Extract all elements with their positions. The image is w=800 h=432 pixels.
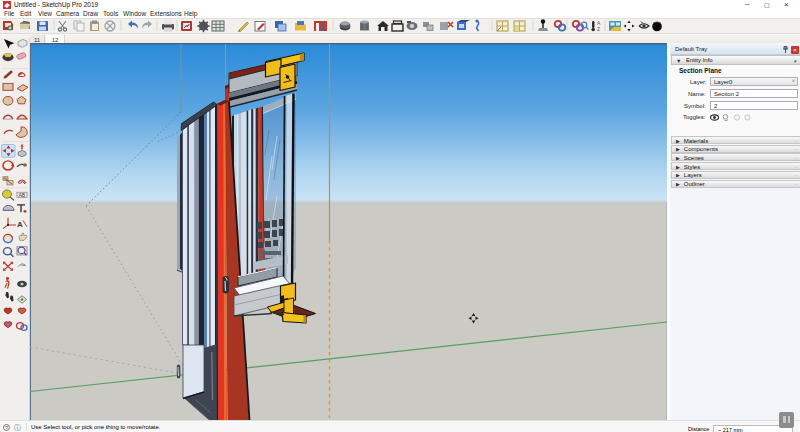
- svg-text:A: A: [17, 220, 23, 229]
- svg-text:Z: Z: [597, 26, 600, 32]
- svg-text:AB: AB: [19, 193, 26, 198]
